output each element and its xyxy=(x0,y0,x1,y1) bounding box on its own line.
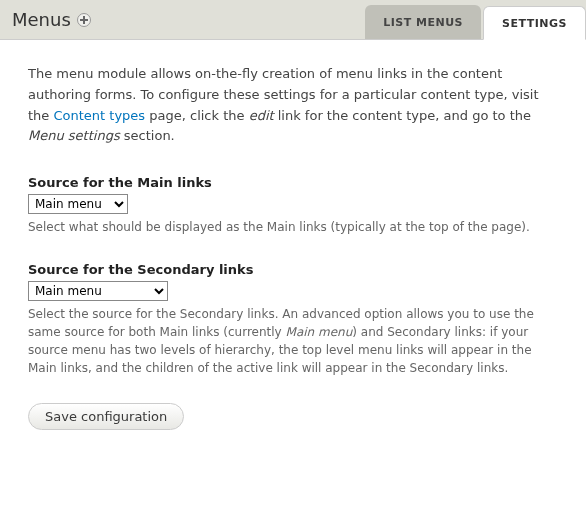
title-wrap: Menus xyxy=(12,9,91,30)
field-main-links: Source for the Main links Main menu Sele… xyxy=(28,175,558,236)
intro-em1: edit xyxy=(249,108,274,123)
tabs: LIST MENUS SETTINGS xyxy=(365,0,586,39)
page-title: Menus xyxy=(12,9,71,30)
secondary-links-description: Select the source for the Secondary link… xyxy=(28,305,558,377)
main-links-label: Source for the Main links xyxy=(28,175,558,190)
main-links-select[interactable]: Main menu xyxy=(28,194,128,214)
tab-list-menus[interactable]: LIST MENUS xyxy=(365,5,481,39)
intro-em2: Menu settings xyxy=(28,128,120,143)
save-button[interactable]: Save configuration xyxy=(28,403,184,430)
content: The menu module allows on-the-fly creati… xyxy=(0,40,586,454)
tab-settings[interactable]: SETTINGS xyxy=(483,6,586,40)
field-secondary-links: Source for the Secondary links Main menu… xyxy=(28,262,558,377)
intro-part2: page, click the xyxy=(145,108,249,123)
plus-icon[interactable] xyxy=(77,13,91,27)
intro-text: The menu module allows on-the-fly creati… xyxy=(28,64,558,147)
secondary-links-label: Source for the Secondary links xyxy=(28,262,558,277)
sec-desc-em: Main menu xyxy=(286,325,353,339)
content-types-link[interactable]: Content types xyxy=(53,108,145,123)
intro-part3: link for the content type, and go to the xyxy=(274,108,531,123)
submit-wrap: Save configuration xyxy=(28,403,558,430)
intro-part4: section. xyxy=(120,128,175,143)
main-links-description: Select what should be displayed as the M… xyxy=(28,218,558,236)
secondary-links-select[interactable]: Main menu xyxy=(28,281,168,301)
page-header: Menus LIST MENUS SETTINGS xyxy=(0,0,586,40)
